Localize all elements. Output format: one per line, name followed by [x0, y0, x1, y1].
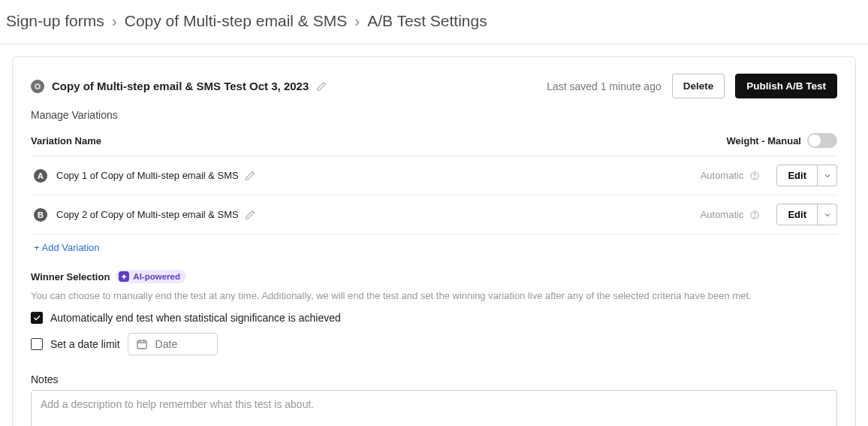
- edit-variation-button[interactable]: Edit: [776, 204, 818, 225]
- help-icon[interactable]: [749, 171, 760, 181]
- variation-name: Copy 2 of Copy of Multi-step email & SMS: [56, 209, 239, 220]
- edit-variation-caret[interactable]: [818, 204, 837, 225]
- delete-button[interactable]: Delete: [672, 74, 725, 98]
- winner-help-text: You can choose to manually end the test …: [31, 289, 837, 303]
- date-limit-checkbox[interactable]: [31, 338, 43, 350]
- ai-powered-badge: ✦ AI-powered: [116, 270, 186, 283]
- breadcrumb-sep-2: ›: [354, 12, 360, 30]
- variation-row: B Copy 2 of Copy of Multi-step email & S…: [31, 195, 837, 234]
- auto-end-checkbox[interactable]: [31, 312, 43, 324]
- ab-test-card: Copy of Multi-step email & SMS Test Oct …: [12, 56, 856, 426]
- notes-textarea[interactable]: [31, 390, 837, 426]
- variation-name: Copy 1 of Copy of Multi-step email & SMS: [56, 170, 239, 181]
- svg-point-3: [755, 216, 755, 217]
- test-title: Copy of Multi-step email & SMS Test Oct …: [52, 80, 309, 92]
- publish-button[interactable]: Publish A/B Test: [735, 74, 837, 98]
- auto-end-row: Automatically end test when statistical …: [31, 312, 837, 324]
- edit-variation-name-icon[interactable]: [245, 210, 255, 220]
- svg-rect-4: [137, 340, 146, 349]
- date-field[interactable]: [154, 337, 199, 351]
- variation-mode: Automatic: [701, 170, 744, 181]
- notes-label: Notes: [31, 373, 837, 385]
- edit-variation-caret[interactable]: [818, 165, 837, 186]
- edit-variation-button[interactable]: Edit: [776, 165, 818, 186]
- breadcrumb-current: A/B Test Settings: [367, 12, 487, 30]
- breadcrumb-parent[interactable]: Copy of Multi-step email & SMS: [125, 12, 347, 30]
- manage-variations-label: Manage Variations: [31, 109, 837, 121]
- breadcrumb: Sign-up forms › Copy of Multi-step email…: [0, 0, 868, 44]
- date-input-wrapper[interactable]: [128, 333, 218, 355]
- winner-selection-label: Winner Selection: [31, 271, 110, 282]
- variation-row: A Copy 1 of Copy of Multi-step email & S…: [31, 156, 837, 195]
- calendar-icon: [136, 338, 148, 350]
- card-header: Copy of Multi-step email & SMS Test Oct …: [31, 74, 837, 98]
- svg-point-1: [755, 177, 755, 178]
- breadcrumb-sep-1: ›: [112, 12, 117, 30]
- weight-label: Weight - Manual: [727, 135, 801, 147]
- variation-name-col: Variation Name: [31, 135, 101, 147]
- edit-title-icon[interactable]: [316, 81, 327, 92]
- date-limit-label: Set a date limit: [50, 338, 120, 350]
- variation-letter: A: [34, 169, 47, 183]
- last-saved-text: Last saved 1 minute ago: [547, 80, 662, 92]
- variations-header: Variation Name Weight - Manual: [31, 128, 837, 156]
- variation-letter: B: [34, 208, 47, 222]
- test-icon: [31, 80, 44, 93]
- auto-end-label: Automatically end test when statistical …: [50, 312, 341, 324]
- ai-badge-text: AI-powered: [133, 272, 180, 281]
- sparkle-icon: ✦: [119, 271, 129, 282]
- help-icon[interactable]: [749, 210, 760, 220]
- edit-variation-name-icon[interactable]: [245, 171, 255, 181]
- weight-toggle[interactable]: [807, 133, 837, 148]
- breadcrumb-root[interactable]: Sign-up forms: [6, 12, 104, 30]
- winner-selection-row: Winner Selection ✦ AI-powered: [31, 270, 837, 283]
- variation-mode: Automatic: [701, 209, 744, 220]
- add-variation-link[interactable]: + Add Variation: [31, 234, 837, 256]
- date-limit-row: Set a date limit: [31, 333, 837, 355]
